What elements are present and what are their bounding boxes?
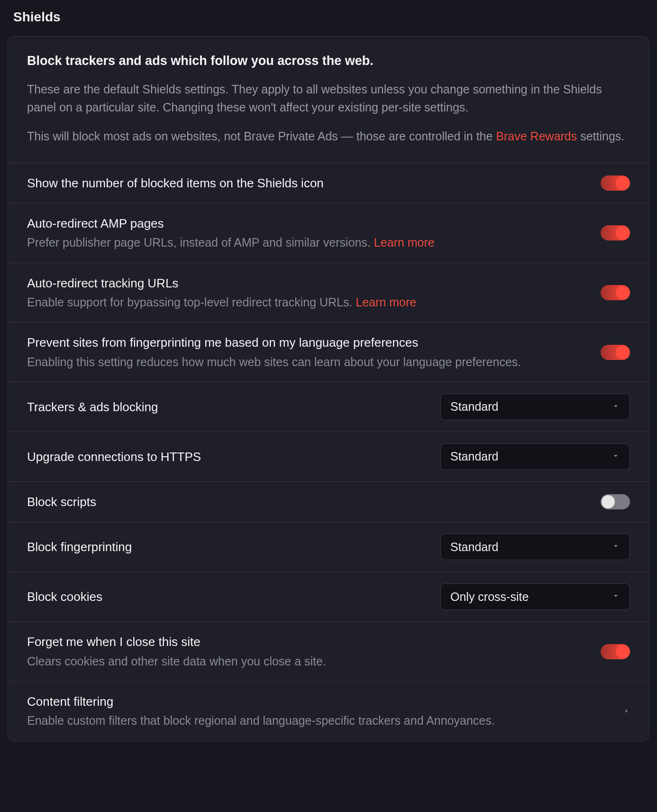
caret-down-icon (611, 591, 620, 602)
show-blocked-count-toggle[interactable] (601, 175, 630, 191)
tracking-sub-prefix: Enable support for bypassing top-level r… (27, 295, 356, 309)
trackers-ads-title: Trackers & ads blocking (27, 398, 429, 415)
row-trackers-ads-blocking: Trackers & ads blocking Standard (8, 382, 649, 432)
https-select[interactable]: Standard (440, 443, 630, 470)
forget-me-subtitle: Clears cookies and other site data when … (27, 653, 589, 670)
toggle-knob (616, 176, 629, 190)
amp-toggle[interactable] (601, 225, 630, 240)
block-cookies-select[interactable]: Only cross-site (440, 583, 630, 610)
block-fp-select[interactable]: Standard (440, 534, 630, 560)
amp-learn-more-link[interactable]: Learn more (374, 236, 435, 249)
trackers-ads-select-value: Standard (450, 400, 498, 414)
trackers-ads-select[interactable]: Standard (440, 394, 630, 420)
https-title: Upgrade connections to HTTPS (27, 448, 429, 465)
row-forget-me: Forget me when I close this site Clears … (8, 622, 649, 682)
intro-paragraph-2: This will block most ads on websites, no… (27, 128, 630, 146)
toggle-knob (616, 226, 629, 240)
toggle-knob (616, 645, 629, 658)
row-upgrade-https: Upgrade connections to HTTPS Standard (8, 432, 649, 482)
intro-para2-prefix: This will block most ads on websites, no… (27, 129, 496, 143)
amp-sub-prefix: Prefer publisher page URLs, instead of A… (27, 236, 374, 249)
tracking-learn-more-link[interactable]: Learn more (356, 295, 416, 309)
content-filtering-subtitle: Enable custom filters that block regiona… (27, 712, 612, 729)
block-scripts-title: Block scripts (27, 493, 589, 510)
toggle-knob (602, 495, 615, 508)
row-auto-redirect-tracking: Auto-redirect tracking URLs Enable suppo… (8, 263, 649, 323)
lang-fp-subtitle: Enabling this setting reduces how much w… (27, 353, 589, 370)
lang-fp-title: Prevent sites from fingerprinting me bas… (27, 334, 589, 351)
tracking-title: Auto-redirect tracking URLs (27, 275, 589, 292)
lang-fp-toggle[interactable] (601, 345, 630, 360)
row-block-fingerprinting: Block fingerprinting Standard (8, 522, 649, 572)
chevron-right-icon (623, 706, 630, 716)
show-blocked-count-title: Show the number of blocked items on the … (27, 175, 589, 192)
https-select-value: Standard (450, 450, 498, 463)
intro-paragraph-1: These are the default Shields settings. … (27, 81, 630, 116)
block-cookies-title: Block cookies (27, 588, 429, 605)
tracking-toggle[interactable] (601, 285, 630, 300)
intro-section: Block trackers and ads which follow you … (8, 37, 649, 163)
block-cookies-select-value: Only cross-site (450, 590, 529, 604)
intro-para2-suffix: settings. (577, 129, 624, 143)
row-auto-redirect-amp: Auto-redirect AMP pages Prefer publisher… (8, 203, 649, 263)
block-fp-title: Block fingerprinting (27, 538, 429, 555)
forget-me-title: Forget me when I close this site (27, 633, 589, 650)
forget-me-toggle[interactable] (601, 644, 630, 659)
block-scripts-toggle[interactable] (601, 494, 630, 509)
row-block-cookies: Block cookies Only cross-site (8, 572, 649, 622)
toggle-knob (616, 346, 629, 359)
caret-down-icon (611, 402, 620, 412)
amp-subtitle: Prefer publisher page URLs, instead of A… (27, 234, 589, 251)
tracking-subtitle: Enable support for bypassing top-level r… (27, 294, 589, 311)
row-language-fingerprint: Prevent sites from fingerprinting me bas… (8, 323, 649, 382)
block-fp-select-value: Standard (450, 540, 498, 554)
row-show-blocked-count: Show the number of blocked items on the … (8, 163, 649, 203)
caret-down-icon (611, 452, 620, 462)
content-filtering-title: Content filtering (27, 693, 612, 710)
caret-down-icon (611, 542, 620, 552)
row-block-scripts: Block scripts (8, 482, 649, 522)
brave-rewards-link[interactable]: Brave Rewards (496, 129, 577, 143)
shields-settings-card: Block trackers and ads which follow you … (8, 36, 649, 741)
row-content-filtering[interactable]: Content filtering Enable custom filters … (8, 682, 649, 741)
amp-title: Auto-redirect AMP pages (27, 215, 589, 232)
page-title: Shields (13, 9, 649, 25)
toggle-knob (616, 286, 629, 299)
intro-title: Block trackers and ads which follow you … (27, 53, 630, 69)
